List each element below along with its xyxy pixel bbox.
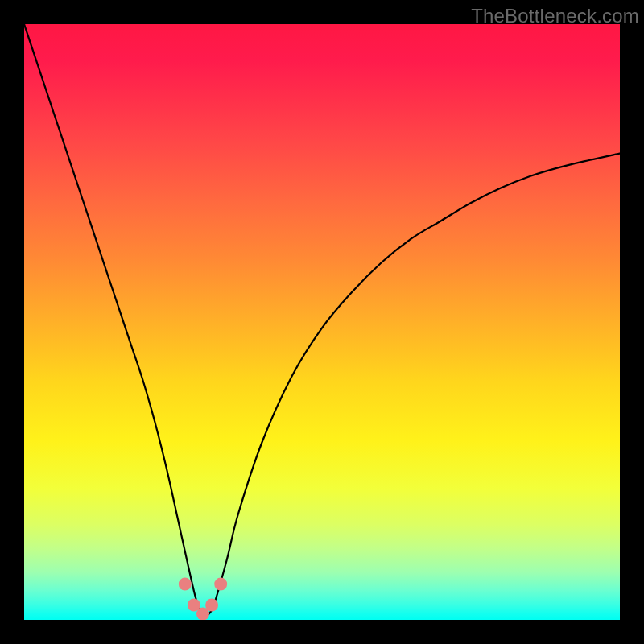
trough-marker <box>205 599 218 612</box>
trough-marker <box>214 578 227 591</box>
watermark-text: TheBottleneck.com <box>471 5 639 27</box>
chart-frame <box>24 24 620 620</box>
bottleneck-curve <box>24 24 620 616</box>
trough-marker <box>179 578 192 591</box>
curve-layer <box>24 24 620 620</box>
